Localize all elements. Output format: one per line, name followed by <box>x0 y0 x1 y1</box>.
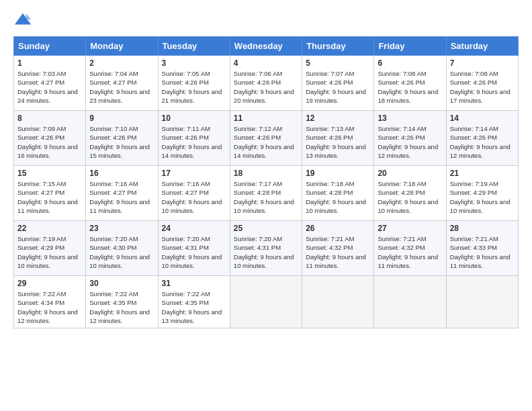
day-number: 8 <box>17 113 82 123</box>
calendar-cell: 29 Sunrise: 7:22 AM Sunset: 4:34 PM Dayl… <box>14 276 86 328</box>
calendar-cell: 6 Sunrise: 7:08 AM Sunset: 4:26 PM Dayli… <box>374 56 446 111</box>
day-number: 30 <box>89 279 154 288</box>
day-number: 18 <box>234 169 298 178</box>
calendar-cell <box>230 276 302 328</box>
day-info: Sunrise: 7:18 AM Sunset: 4:28 PM Dayligh… <box>306 180 366 214</box>
day-number: 13 <box>378 113 442 123</box>
day-number: 21 <box>450 169 515 178</box>
calendar-cell: 26 Sunrise: 7:21 AM Sunset: 4:32 PM Dayl… <box>302 221 374 276</box>
calendar-cell: 11 Sunrise: 7:12 AM Sunset: 4:26 PM Dayl… <box>230 111 302 166</box>
day-number: 15 <box>17 169 82 178</box>
calendar-cell: 31 Sunrise: 7:22 AM Sunset: 4:35 PM Dayl… <box>158 276 230 328</box>
calendar-cell: 22 Sunrise: 7:19 AM Sunset: 4:29 PM Dayl… <box>14 221 86 276</box>
day-info: Sunrise: 7:22 AM Sunset: 4:35 PM Dayligh… <box>89 290 150 324</box>
day-info: Sunrise: 7:21 AM Sunset: 4:32 PM Dayligh… <box>378 235 438 269</box>
day-number: 27 <box>378 224 442 233</box>
day-info: Sunrise: 7:20 AM Sunset: 4:31 PM Dayligh… <box>234 235 294 269</box>
day-info: Sunrise: 7:22 AM Sunset: 4:34 PM Dayligh… <box>17 290 78 324</box>
calendar: SundayMondayTuesdayWednesdayThursdayFrid… <box>13 36 519 328</box>
calendar-week-row-2: 8 Sunrise: 7:09 AM Sunset: 4:26 PM Dayli… <box>14 111 519 166</box>
calendar-cell: 25 Sunrise: 7:20 AM Sunset: 4:31 PM Dayl… <box>230 221 302 276</box>
header <box>13 11 519 30</box>
calendar-cell: 8 Sunrise: 7:09 AM Sunset: 4:26 PM Dayli… <box>14 111 86 166</box>
calendar-cell: 20 Sunrise: 7:18 AM Sunset: 4:28 PM Dayl… <box>374 166 446 221</box>
calendar-cell: 18 Sunrise: 7:17 AM Sunset: 4:28 PM Dayl… <box>230 166 302 221</box>
calendar-header-saturday: Saturday <box>446 37 518 56</box>
calendar-cell <box>302 276 374 328</box>
day-number: 17 <box>162 169 226 178</box>
day-info: Sunrise: 7:13 AM Sunset: 4:26 PM Dayligh… <box>306 125 366 159</box>
day-info: Sunrise: 7:18 AM Sunset: 4:28 PM Dayligh… <box>378 180 438 214</box>
day-info: Sunrise: 7:15 AM Sunset: 4:27 PM Dayligh… <box>17 180 78 214</box>
logo <box>13 11 35 30</box>
calendar-header-friday: Friday <box>374 37 446 56</box>
day-info: Sunrise: 7:09 AM Sunset: 4:26 PM Dayligh… <box>17 125 78 159</box>
calendar-cell: 7 Sunrise: 7:08 AM Sunset: 4:26 PM Dayli… <box>446 56 518 111</box>
day-number: 19 <box>306 169 370 178</box>
calendar-header-tuesday: Tuesday <box>158 37 230 56</box>
day-info: Sunrise: 7:20 AM Sunset: 4:30 PM Dayligh… <box>89 235 150 269</box>
day-info: Sunrise: 7:22 AM Sunset: 4:35 PM Dayligh… <box>162 290 222 324</box>
day-number: 14 <box>450 113 515 123</box>
day-number: 24 <box>162 224 226 233</box>
calendar-header-thursday: Thursday <box>302 37 374 56</box>
day-number: 1 <box>17 58 82 68</box>
page: SundayMondayTuesdayWednesdayThursdayFrid… <box>0 0 532 411</box>
day-number: 2 <box>89 58 154 68</box>
calendar-cell: 4 Sunrise: 7:06 AM Sunset: 4:26 PM Dayli… <box>230 56 302 111</box>
day-number: 9 <box>89 113 154 123</box>
day-info: Sunrise: 7:16 AM Sunset: 4:27 PM Dayligh… <box>162 180 222 214</box>
day-info: Sunrise: 7:19 AM Sunset: 4:29 PM Dayligh… <box>450 180 511 214</box>
calendar-cell: 24 Sunrise: 7:20 AM Sunset: 4:31 PM Dayl… <box>158 221 230 276</box>
calendar-cell: 1 Sunrise: 7:03 AM Sunset: 4:27 PM Dayli… <box>14 56 86 111</box>
day-number: 5 <box>306 58 370 68</box>
day-info: Sunrise: 7:07 AM Sunset: 4:26 PM Dayligh… <box>306 70 366 104</box>
svg-marker-1 <box>26 13 31 19</box>
calendar-cell: 13 Sunrise: 7:14 AM Sunset: 4:26 PM Dayl… <box>374 111 446 166</box>
day-number: 26 <box>306 224 370 233</box>
calendar-cell: 19 Sunrise: 7:18 AM Sunset: 4:28 PM Dayl… <box>302 166 374 221</box>
day-number: 6 <box>378 58 442 68</box>
calendar-header-wednesday: Wednesday <box>230 37 302 56</box>
calendar-header-sunday: Sunday <box>14 37 86 56</box>
day-info: Sunrise: 7:08 AM Sunset: 4:26 PM Dayligh… <box>378 70 438 104</box>
calendar-week-row-4: 22 Sunrise: 7:19 AM Sunset: 4:29 PM Dayl… <box>14 221 519 276</box>
logo-icon <box>13 11 32 30</box>
day-number: 22 <box>17 224 82 233</box>
day-number: 20 <box>378 169 442 178</box>
calendar-week-row-3: 15 Sunrise: 7:15 AM Sunset: 4:27 PM Dayl… <box>14 166 519 221</box>
day-info: Sunrise: 7:21 AM Sunset: 4:32 PM Dayligh… <box>306 235 366 269</box>
day-number: 23 <box>89 224 154 233</box>
calendar-week-row-1: 1 Sunrise: 7:03 AM Sunset: 4:27 PM Dayli… <box>14 56 519 111</box>
day-info: Sunrise: 7:10 AM Sunset: 4:26 PM Dayligh… <box>89 125 150 159</box>
day-info: Sunrise: 7:03 AM Sunset: 4:27 PM Dayligh… <box>17 70 78 104</box>
day-info: Sunrise: 7:16 AM Sunset: 4:27 PM Dayligh… <box>89 180 150 214</box>
calendar-cell: 15 Sunrise: 7:15 AM Sunset: 4:27 PM Dayl… <box>14 166 86 221</box>
day-info: Sunrise: 7:21 AM Sunset: 4:33 PM Dayligh… <box>450 235 511 269</box>
day-info: Sunrise: 7:11 AM Sunset: 4:26 PM Dayligh… <box>162 125 222 159</box>
calendar-header-monday: Monday <box>86 37 158 56</box>
calendar-cell: 16 Sunrise: 7:16 AM Sunset: 4:27 PM Dayl… <box>86 166 158 221</box>
day-number: 4 <box>234 58 298 68</box>
calendar-cell <box>446 276 518 328</box>
calendar-cell: 5 Sunrise: 7:07 AM Sunset: 4:26 PM Dayli… <box>302 56 374 111</box>
calendar-header-row: SundayMondayTuesdayWednesdayThursdayFrid… <box>14 37 519 56</box>
day-info: Sunrise: 7:17 AM Sunset: 4:28 PM Dayligh… <box>234 180 294 214</box>
day-info: Sunrise: 7:20 AM Sunset: 4:31 PM Dayligh… <box>162 235 222 269</box>
day-info: Sunrise: 7:19 AM Sunset: 4:29 PM Dayligh… <box>17 235 78 269</box>
day-info: Sunrise: 7:12 AM Sunset: 4:26 PM Dayligh… <box>234 125 294 159</box>
day-info: Sunrise: 7:14 AM Sunset: 4:26 PM Dayligh… <box>378 125 438 159</box>
calendar-cell: 28 Sunrise: 7:21 AM Sunset: 4:33 PM Dayl… <box>446 221 518 276</box>
calendar-cell: 30 Sunrise: 7:22 AM Sunset: 4:35 PM Dayl… <box>86 276 158 328</box>
calendar-cell: 27 Sunrise: 7:21 AM Sunset: 4:32 PM Dayl… <box>374 221 446 276</box>
calendar-week-row-5: 29 Sunrise: 7:22 AM Sunset: 4:34 PM Dayl… <box>14 276 519 328</box>
day-info: Sunrise: 7:05 AM Sunset: 4:26 PM Dayligh… <box>162 70 222 104</box>
calendar-cell: 17 Sunrise: 7:16 AM Sunset: 4:27 PM Dayl… <box>158 166 230 221</box>
day-number: 10 <box>162 113 226 123</box>
day-info: Sunrise: 7:06 AM Sunset: 4:26 PM Dayligh… <box>234 70 294 104</box>
calendar-cell: 12 Sunrise: 7:13 AM Sunset: 4:26 PM Dayl… <box>302 111 374 166</box>
calendar-cell: 10 Sunrise: 7:11 AM Sunset: 4:26 PM Dayl… <box>158 111 230 166</box>
day-number: 11 <box>234 113 298 123</box>
calendar-cell: 3 Sunrise: 7:05 AM Sunset: 4:26 PM Dayli… <box>158 56 230 111</box>
calendar-cell: 9 Sunrise: 7:10 AM Sunset: 4:26 PM Dayli… <box>86 111 158 166</box>
